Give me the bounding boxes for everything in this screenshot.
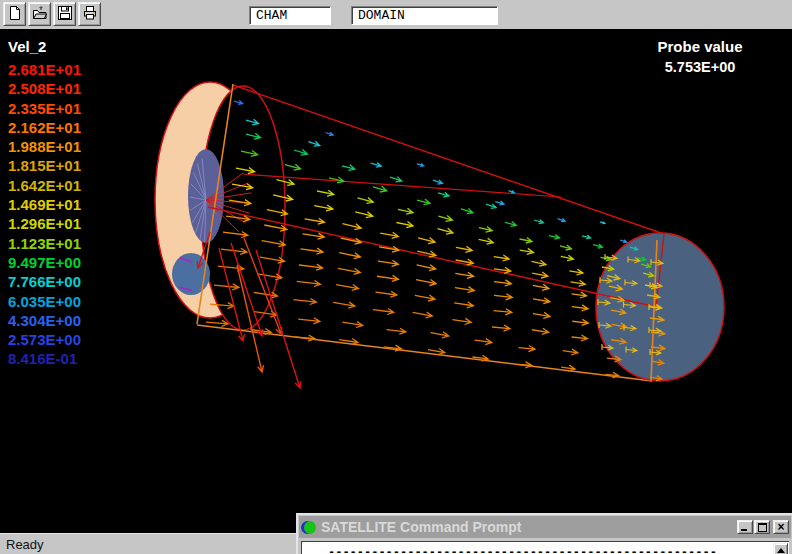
toolbar <box>0 0 792 29</box>
case-name-field[interactable] <box>249 6 331 25</box>
probe-label: Probe value <box>638 38 762 55</box>
legend-value: 2.162E+01 <box>8 118 81 137</box>
legend-value: 1.469E+01 <box>8 195 81 214</box>
legend-value: 2.508E+01 <box>8 79 81 98</box>
save-floppy-icon <box>57 5 73 24</box>
new-file-icon <box>7 5 23 24</box>
scroll-up-button[interactable] <box>773 543 788 554</box>
print-button[interactable] <box>78 2 101 26</box>
legend-value: 1.123E+01 <box>8 234 81 253</box>
satellite-title-bar[interactable]: SATELLITE Command Prompt × <box>299 516 791 538</box>
legend-value: 1.642E+01 <box>8 176 81 195</box>
legend-value: 2.681E+01 <box>8 60 81 79</box>
legend-value: 1.815E+01 <box>8 156 81 175</box>
legend-value: 1.988E+01 <box>8 137 81 156</box>
close-button[interactable]: × <box>773 520 789 534</box>
new-file-button[interactable] <box>3 2 26 26</box>
legend-value: 4.304E+00 <box>8 311 81 330</box>
legend-value: 9.497E+00 <box>8 253 81 272</box>
legend-value: 2.573E+00 <box>8 330 81 349</box>
app-window: Vel_2 2.681E+012.508E+012.335E+012.162E+… <box>0 0 792 554</box>
printer-icon <box>82 5 98 24</box>
open-file-button[interactable] <box>28 2 51 26</box>
minimize-button[interactable] <box>737 520 753 534</box>
probe-value: 5.753E+00 <box>638 59 762 75</box>
domain-field[interactable] <box>351 6 498 25</box>
satellite-window-title: SATELLITE Command Prompt <box>321 519 736 535</box>
legend-value: 1.296E+01 <box>8 214 81 233</box>
save-file-button[interactable] <box>53 2 76 26</box>
legend-values: 2.681E+012.508E+012.335E+012.162E+011.98… <box>8 60 81 369</box>
legend-value: 2.335E+01 <box>8 99 81 118</box>
scene-svg <box>0 0 792 554</box>
satellite-terminal[interactable]: ----------------------------------------… <box>301 541 789 554</box>
open-folder-icon <box>32 5 48 24</box>
maximize-button[interactable] <box>754 520 770 534</box>
legend-value: 6.035E+00 <box>8 292 81 311</box>
terminal-output-line: ----------------------------------------… <box>302 542 789 554</box>
probe-readout: Probe value 5.753E+00 <box>638 38 762 75</box>
satellite-app-icon <box>301 520 316 535</box>
close-icon: × <box>774 521 788 533</box>
minimize-icon <box>741 529 747 531</box>
maximize-icon <box>758 523 767 532</box>
legend-title: Vel_2 <box>8 38 81 55</box>
legend: Vel_2 2.681E+012.508E+012.335E+012.162E+… <box>8 38 81 369</box>
satellite-command-window: SATELLITE Command Prompt × -------------… <box>296 513 792 554</box>
legend-value: 8.416E-01 <box>8 349 81 368</box>
legend-value: 7.766E+00 <box>8 272 81 291</box>
scroll-up-icon <box>777 548 785 553</box>
